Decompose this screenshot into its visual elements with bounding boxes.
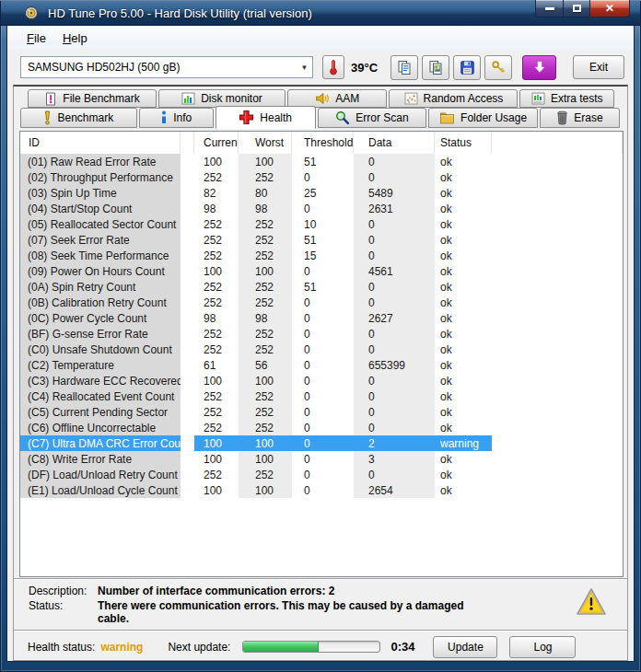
- row-current: 252: [194, 342, 239, 357]
- copy-text-button[interactable]: [390, 55, 418, 80]
- row-threshold: 0: [292, 435, 354, 451]
- download-button[interactable]: [522, 55, 556, 80]
- column-header-data[interactable]: Data: [354, 132, 435, 154]
- row-threshold: 0: [292, 310, 354, 326]
- status-label: Status:: [29, 599, 98, 625]
- table-row[interactable]: (BF) G-sense Error Rate 252 252 0 0 ok: [20, 326, 623, 342]
- table-row[interactable]: (C3) Hardware ECC Recovered 100 100 0 0 …: [20, 373, 623, 388]
- table-row[interactable]: (C6) Offline Uncorrectable 252 252 0 0 o…: [20, 420, 623, 435]
- row-status: ok: [435, 310, 492, 326]
- toolbar-icon-buttons: [390, 55, 512, 80]
- minimize-button[interactable]: [535, 0, 564, 17]
- tab-disk-monitor[interactable]: Disk monitor: [158, 89, 286, 108]
- table-row[interactable]: (02) Throughput Performance 252 252 0 0 …: [20, 169, 623, 185]
- tab-erase[interactable]: Erase: [540, 108, 620, 128]
- tab-file-benchmark[interactable]: File Benchmark: [28, 89, 157, 108]
- row-current: 252: [194, 216, 239, 232]
- row-data: 0: [354, 248, 435, 263]
- row-current: 252: [194, 169, 239, 185]
- close-button[interactable]: ✕: [589, 0, 630, 17]
- tab-extra-tests[interactable]: Extra tests: [519, 89, 614, 108]
- save-button[interactable]: [453, 55, 481, 80]
- health-status-value: warning: [100, 641, 143, 654]
- update-button[interactable]: Update: [433, 636, 497, 658]
- menu-help[interactable]: Help: [54, 29, 96, 48]
- row-worst: 252: [239, 295, 292, 310]
- table-row[interactable]: (E1) Load/Unload Cycle Count 100 100 0 2…: [20, 482, 623, 498]
- tab-aam[interactable]: AAM: [287, 89, 387, 108]
- drive-selector-value: SAMSUNG HD502HJ (500 gB): [21, 61, 297, 74]
- row-current: 98: [194, 310, 239, 326]
- row-status: ok: [435, 248, 492, 263]
- table-row[interactable]: (09) Power On Hours Count 100 100 0 4561…: [20, 263, 623, 279]
- table-row[interactable]: (C2) Temperature 61 56 0 655399 ok: [20, 357, 623, 373]
- table-row[interactable]: (07) Seek Error Rate 252 252 51 0 ok: [20, 232, 623, 248]
- row-id: (E1) Load/Unload Cycle Count: [20, 482, 181, 498]
- row-data: 0: [354, 216, 435, 232]
- table-row[interactable]: (0C) Power Cycle Count 98 98 0 2627 ok: [20, 310, 623, 326]
- tab-folder-usage[interactable]: Folder Usage: [428, 108, 538, 128]
- row-data: 0: [354, 279, 435, 295]
- erase-icon: [556, 110, 568, 125]
- table-row[interactable]: (C5) Current Pending Sector 252 252 0 0 …: [20, 404, 623, 420]
- row-threshold: 0: [292, 357, 354, 373]
- row-worst: 252: [239, 342, 292, 357]
- row-worst: 252: [239, 169, 292, 185]
- maximize-button[interactable]: [564, 0, 589, 17]
- column-header-id[interactable]: ID: [20, 132, 181, 154]
- row-threshold: 0: [292, 201, 354, 216]
- table-row[interactable]: (04) Start/Stop Count 98 98 0 2631 ok: [20, 201, 623, 216]
- table-row[interactable]: (03) Spin Up Time 82 80 25 5489 ok: [20, 185, 623, 201]
- row-current: 252: [194, 295, 239, 310]
- row-worst: 100: [239, 482, 292, 498]
- countdown-value: 0:34: [390, 640, 414, 654]
- row-data: 3: [354, 451, 435, 467]
- thermometer-icon: [327, 59, 340, 75]
- window-title: HD Tune Pro 5.00 - Hard Disk Utility (tr…: [48, 6, 312, 20]
- copy-image-button[interactable]: [422, 55, 449, 80]
- tab-health[interactable]: Health: [216, 106, 316, 129]
- row-id: (08) Seek Time Performance: [20, 248, 181, 263]
- column-header-status[interactable]: Status: [435, 132, 492, 154]
- log-button[interactable]: Log: [509, 636, 576, 658]
- options-button[interactable]: [484, 55, 512, 80]
- table-row[interactable]: (05) Reallocated Sector Count 252 252 10…: [20, 216, 623, 232]
- toolbar: SAMSUNG HD502HJ (500 gB) ▼ 39°C: [7, 50, 634, 85]
- column-header-threshold[interactable]: Threshold: [292, 132, 354, 154]
- folder-usage-icon: [439, 111, 455, 124]
- exit-button[interactable]: Exit: [573, 55, 624, 79]
- table-row[interactable]: (0B) Calibration Retry Count 252 252 0 0…: [20, 295, 623, 310]
- next-update-progressbar: [242, 641, 380, 653]
- benchmark-icon: [43, 110, 52, 125]
- maximize-icon: [573, 5, 581, 12]
- row-threshold: 0: [292, 326, 354, 342]
- caption-buttons: ✕: [535, 0, 630, 17]
- menu-file[interactable]: File: [18, 29, 54, 48]
- tab-random-access[interactable]: Random Access: [389, 89, 518, 108]
- table-row[interactable]: (C4) Reallocated Event Count 252 252 0 0…: [20, 388, 623, 404]
- row-status: warning: [435, 435, 492, 451]
- copy-image-icon: [428, 60, 444, 75]
- table-row[interactable]: (08) Seek Time Performance 252 252 15 0 …: [20, 248, 623, 263]
- column-header-worst[interactable]: Worst: [239, 132, 292, 154]
- table-row[interactable]: (C7) Ultra DMA CRC Error Count 100 100 0…: [20, 435, 623, 451]
- drive-selector[interactable]: SAMSUNG HD502HJ (500 gB) ▼: [20, 56, 313, 78]
- row-threshold: 0: [292, 451, 354, 467]
- table-row[interactable]: (C8) Write Error Rate 100 100 0 3 ok: [20, 451, 623, 467]
- column-header-current[interactable]: Current: [194, 132, 239, 154]
- row-current: 252: [194, 388, 239, 404]
- row-threshold: 10: [292, 216, 354, 232]
- row-threshold: 0: [292, 342, 354, 357]
- table-row[interactable]: (DF) Load/Unload Retry Count 252 252 0 0…: [20, 467, 623, 482]
- table-row[interactable]: (C0) Unsafe Shutdown Count 252 252 0 0 o…: [20, 342, 623, 357]
- row-id: (C4) Reallocated Event Count: [20, 388, 181, 404]
- row-worst: 252: [239, 216, 292, 232]
- table-row[interactable]: (0A) Spin Retry Count 252 252 51 0 ok: [20, 279, 623, 295]
- table-row[interactable]: (01) Raw Read Error Rate 100 100 51 0 ok: [20, 154, 623, 169]
- row-worst: 100: [239, 435, 292, 451]
- tab-error-scan[interactable]: Error Scan: [318, 108, 427, 128]
- description-label: Description:: [29, 585, 98, 597]
- temperature-button[interactable]: [322, 55, 344, 79]
- tab-info[interactable]: Info: [139, 108, 214, 128]
- tab-benchmark[interactable]: Benchmark: [20, 108, 137, 128]
